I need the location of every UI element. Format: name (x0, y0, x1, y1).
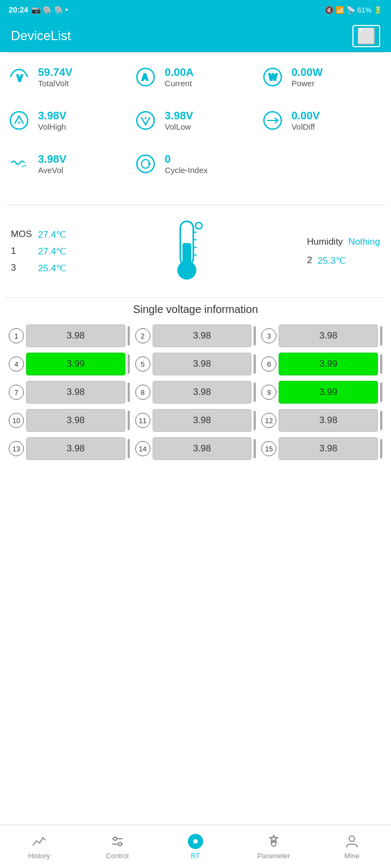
cell-bar-14 (254, 439, 256, 458)
cell-number-9: 9 (261, 385, 276, 400)
nav-parameter-label: Parameter (257, 852, 291, 860)
nav-control[interactable]: Control (78, 833, 156, 860)
temp-2-label: 2 (307, 255, 312, 266)
avevol-label: AveVol (38, 165, 66, 175)
cell-value-10: 3.98 (26, 409, 125, 432)
voltage-cell-5: 53.98 (135, 353, 256, 375)
cell-bar-3 (380, 326, 382, 346)
temp-3-value: 25.4℃ (38, 263, 66, 274)
cell-number-1: 1 (9, 328, 24, 343)
avevol-text: 3.98V AveVol (38, 153, 66, 175)
voltage-grid: 13.9823.9833.9843.9953.9863.9973.9883.98… (5, 324, 386, 460)
cell-value-2: 3.98 (153, 324, 252, 347)
cell-bar-7 (128, 382, 130, 402)
thermometer-icon (160, 216, 214, 286)
nav-rt[interactable]: RT (156, 833, 235, 860)
temp-2-value: 25.3℃ (318, 255, 346, 266)
cell-number-11: 11 (135, 413, 150, 428)
volhigh-icon (5, 107, 33, 134)
status-battery: 61% (357, 6, 371, 14)
voltage-cell-10: 103.98 (9, 409, 130, 432)
vollow-text: 3.98V VolLow (165, 110, 193, 131)
voltage-title: Single voltage information (5, 303, 386, 316)
status-icons: 📷 🐘 🐘 • (31, 5, 68, 14)
status-bar: 20:24 📷 🐘 🐘 • 🔇 📶 📡 61% 🔋 (0, 0, 391, 20)
amp-icon: A (132, 63, 159, 91)
totalvolt-value: 59.74V (38, 66, 72, 79)
nav-history-label: History (28, 852, 50, 860)
cell-number-15: 15 (261, 441, 276, 456)
temperature-section: MOS 27.4℃ 1 27.4℃ 3 25.4℃ (0, 205, 391, 297)
temp-mos-value: 27.4℃ (38, 229, 66, 240)
voltage-section: Single voltage information 13.9823.9833.… (0, 298, 391, 471)
voldiff-text: 0.00V VolDiff (292, 110, 320, 131)
voltage-cell-7: 73.98 (9, 381, 130, 404)
cell-bar-6 (380, 354, 382, 374)
nav-history[interactable]: History (0, 833, 78, 860)
cell-bar-1 (128, 326, 130, 346)
nav-rt-label: RT (191, 852, 200, 860)
watt-icon: W (259, 63, 286, 91)
svg-point-23 (118, 843, 122, 846)
nav-mine[interactable]: Mine (313, 833, 391, 860)
cell-number-5: 5 (135, 356, 150, 372)
status-left: 20:24 📷 🐘 🐘 • (9, 5, 68, 14)
voltage-cell-15: 153.98 (261, 437, 382, 460)
temp-left: MOS 27.4℃ 1 27.4℃ 3 25.4℃ (11, 229, 66, 274)
voltage-cell-9: 93.99 (261, 381, 382, 404)
cell-bar-12 (380, 411, 382, 430)
temp-3-label: 3 (11, 263, 33, 273)
humidity-label: Humidity (307, 237, 343, 247)
voltage-cell-8: 83.98 (135, 381, 256, 404)
svg-point-31 (349, 836, 355, 841)
cell-value-6: 3.99 (279, 353, 378, 375)
cell-value-7: 3.98 (26, 381, 125, 404)
metrics-row-3: 3.98V AveVol 0 Cycle-Index (5, 150, 386, 177)
metric-cycle: 0 Cycle-Index (132, 150, 258, 177)
cell-bar-9 (380, 382, 382, 402)
cell-bar-11 (254, 411, 256, 430)
temp-right: Humidity Nothing 2 25.3℃ (307, 237, 380, 266)
cell-number-4: 4 (9, 356, 24, 372)
cell-bar-2 (254, 326, 256, 346)
vollow-label: VolLow (165, 122, 193, 131)
voltage-cell-11: 113.98 (135, 409, 256, 432)
temp-1-row: 1 27.4℃ (11, 246, 66, 257)
nav-parameter[interactable]: Parameter (235, 833, 313, 860)
power-value: 0.00W (292, 66, 323, 79)
svg-point-30 (272, 842, 276, 846)
svg-point-5 (10, 112, 28, 129)
cell-value-3: 3.98 (279, 324, 378, 347)
fullscreen-icon[interactable]: ⬜ (352, 25, 380, 47)
volhigh-value: 3.98V (38, 110, 66, 122)
cell-value-1: 3.98 (26, 324, 125, 347)
metrics-row-2: 3.98V VolHigh 3.98V VolLow (5, 107, 386, 134)
vollow-icon (132, 107, 159, 134)
voltage-cell-13: 133.98 (9, 437, 130, 460)
vollow-value: 3.98V (165, 110, 193, 122)
cell-value-14: 3.98 (153, 437, 252, 460)
totalvolt-text: 59.74V TotalVolt (38, 66, 72, 88)
temp-mos-label: MOS (11, 229, 33, 240)
temp-3-row: 3 25.4℃ (11, 263, 66, 274)
voldiff-label: VolDiff (292, 122, 320, 131)
cycle-value: 0 (165, 153, 207, 165)
voldiff-icon (259, 107, 286, 134)
metric-totalvolt: V 59.74V TotalVolt (5, 63, 132, 91)
cell-number-3: 3 (261, 328, 276, 343)
voltage-cell-4: 43.99 (9, 353, 130, 375)
voltage-cell-1: 13.98 (9, 324, 130, 347)
current-label: Current (165, 79, 193, 88)
status-battery-icon: 🔋 (374, 6, 382, 14)
status-mute-icon: 🔇 (325, 6, 333, 14)
current-text: 0.00A Current (165, 66, 193, 88)
voltage-cell-6: 63.99 (261, 353, 382, 375)
svg-text:A: A (142, 73, 148, 82)
svg-point-22 (113, 837, 117, 840)
metrics-section: V 59.74V TotalVolt A 0.00A (0, 53, 391, 205)
cell-number-7: 7 (9, 385, 24, 400)
status-signal-icon: 📡 (346, 6, 355, 14)
app-header: DeviceList ⬜ (0, 20, 391, 52)
cell-number-2: 2 (135, 328, 150, 343)
totalvolt-label: TotalVolt (38, 79, 72, 88)
